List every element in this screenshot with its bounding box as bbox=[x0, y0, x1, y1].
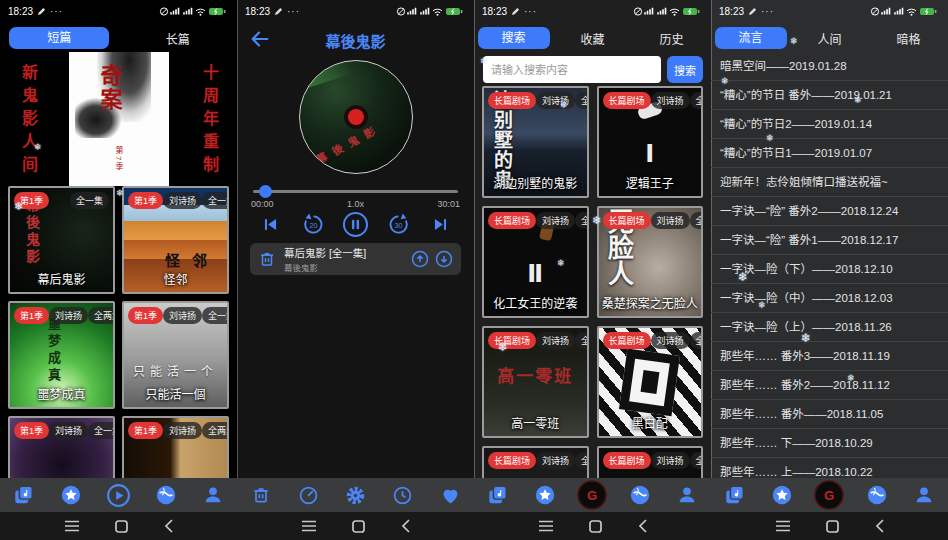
episodes-badge: 全38集 bbox=[690, 332, 703, 349]
home-square-icon[interactable] bbox=[352, 520, 365, 533]
profile-icon[interactable] bbox=[909, 480, 939, 510]
episode-item[interactable]: “糟心”的节日2——2019.01.14 bbox=[711, 110, 948, 139]
episode-item[interactable]: 一字诀—险（上）——2018.11.26 bbox=[711, 313, 948, 342]
series-card[interactable]: 第1季刘诗扬全一集 bbox=[8, 416, 115, 478]
author-badge: 刘诗扬 bbox=[163, 422, 202, 439]
episode-item[interactable]: “糟心”的节日 番外——2019.01.21 bbox=[711, 81, 948, 110]
episode-item[interactable]: 一字诀—险（中）——2018.12.03 bbox=[711, 284, 948, 313]
globe-icon[interactable] bbox=[151, 480, 181, 510]
next-track-icon[interactable] bbox=[426, 209, 456, 239]
search-button[interactable]: 搜索 bbox=[667, 56, 703, 83]
episodes-badge: 全20集 bbox=[575, 452, 588, 469]
download-icon[interactable] bbox=[435, 250, 453, 268]
system-nav-bar bbox=[474, 512, 711, 540]
tab-search[interactable]: 搜索 bbox=[478, 27, 550, 49]
now-playing-disc-icon[interactable]: G bbox=[577, 480, 607, 510]
category-badge: 长篇剧场 bbox=[603, 332, 651, 349]
library-icon[interactable] bbox=[483, 480, 513, 510]
tab-favorites[interactable]: 收藏 bbox=[580, 30, 604, 47]
seek-thumb[interactable] bbox=[259, 185, 272, 198]
move-up-icon[interactable] bbox=[411, 250, 429, 268]
series-card[interactable]: 第1季全一集 幕後鬼影 幕后鬼影 bbox=[8, 186, 115, 294]
queue-item[interactable]: 幕后鬼影 [全一集] 幕後鬼影 bbox=[250, 243, 461, 275]
pencil-icon bbox=[511, 7, 520, 16]
back-chevron-icon[interactable] bbox=[164, 519, 174, 533]
previous-track-icon[interactable] bbox=[256, 209, 286, 239]
episode-item[interactable]: 一字诀—“险” 番外2——2018.12.24 bbox=[711, 197, 948, 226]
menu-icon[interactable] bbox=[538, 520, 554, 532]
library-icon[interactable] bbox=[720, 480, 750, 510]
star-icon[interactable] bbox=[530, 480, 560, 510]
album-art-disc[interactable]: 幕後鬼影 bbox=[299, 60, 413, 174]
home-square-icon[interactable] bbox=[826, 520, 839, 533]
episodes-badge: 全14集 bbox=[575, 92, 588, 109]
trash-icon[interactable] bbox=[246, 480, 276, 510]
tab-history[interactable]: 历史 bbox=[659, 30, 683, 47]
snowflake-icon: ❄ bbox=[758, 300, 766, 310]
status-time: 18:23 bbox=[8, 6, 33, 17]
library-icon[interactable] bbox=[9, 480, 39, 510]
home-square-icon[interactable] bbox=[115, 520, 128, 533]
tab-dark-box[interactable]: 暗格 bbox=[896, 30, 920, 47]
favorite-heart-icon[interactable] bbox=[435, 480, 465, 510]
series-card[interactable]: 长篇剧场刘诗扬全20集 bbox=[482, 446, 589, 478]
settings-gear-icon[interactable] bbox=[340, 480, 370, 510]
episode-item[interactable]: 一字诀—“险” 番外1——2018.12.17 bbox=[711, 226, 948, 255]
rewind-icon[interactable]: 20 bbox=[298, 209, 328, 239]
anniversary-banner[interactable]: 新鬼影人间 十周年重制 奇案 第7季 bbox=[0, 52, 237, 186]
series-card[interactable]: 第1季刘诗扬全两集 噩梦成真 噩梦成真 bbox=[8, 301, 115, 409]
tab-short-stories[interactable]: 短篇 bbox=[9, 27, 109, 49]
globe-icon[interactable] bbox=[625, 480, 655, 510]
back-chevron-icon[interactable] bbox=[401, 519, 411, 533]
series-card[interactable]: 第1季刘诗扬全一集 只能活一个 只能活一個 bbox=[122, 301, 229, 409]
star-icon[interactable] bbox=[767, 480, 797, 510]
series-card[interactable]: 长篇剧场刘诗扬全39集 Ⅱ 化工女王的逆袭 bbox=[482, 206, 589, 318]
series-card[interactable]: 长篇剧场刘诗扬全16集 失常 bbox=[597, 446, 704, 478]
star-icon[interactable] bbox=[56, 480, 86, 510]
back-chevron-icon[interactable] bbox=[638, 519, 648, 533]
menu-icon[interactable] bbox=[64, 520, 80, 532]
seek-bar[interactable] bbox=[253, 190, 458, 193]
tab-rumors[interactable]: 流言 bbox=[715, 27, 787, 49]
series-card[interactable]: 第1季刘诗扬全两集 bbox=[122, 416, 229, 478]
menu-icon[interactable] bbox=[775, 520, 791, 532]
series-card[interactable]: 长篇剧场刘诗扬全25集 Ⅰ 逻辑王子 bbox=[597, 86, 704, 198]
episode-item[interactable]: 那些年…… 番外——2018.11.05 bbox=[711, 400, 948, 429]
home-square-icon[interactable] bbox=[589, 520, 602, 533]
back-chevron-icon[interactable] bbox=[875, 519, 885, 533]
episodes-badge: 全一集 bbox=[88, 422, 115, 439]
forward-icon[interactable]: 30 bbox=[383, 209, 413, 239]
pause-icon[interactable] bbox=[341, 209, 371, 239]
globe-icon[interactable] bbox=[862, 480, 892, 510]
speed-icon[interactable] bbox=[293, 480, 323, 510]
series-card[interactable]: 第1季刘诗扬全一集 怪邻 怪邻 bbox=[122, 186, 229, 294]
episodes-badge: 全39集 bbox=[575, 212, 588, 229]
timer-clock-icon[interactable] bbox=[388, 480, 418, 510]
tab-human-world[interactable]: 人间 bbox=[817, 30, 841, 47]
search-input[interactable] bbox=[483, 56, 661, 83]
status-more: ··· bbox=[50, 6, 63, 17]
category-badge: 长篇剧场 bbox=[603, 92, 651, 109]
episode-item[interactable]: 暗黑空间——2019.01.28 bbox=[711, 52, 948, 81]
snowflake-icon: ❄ bbox=[498, 340, 508, 354]
series-card[interactable]: 长篇剧场刘诗扬全20集 无脸人 桑楚探案之无脸人 bbox=[597, 206, 704, 318]
episode-item[interactable]: 那些年…… 上——2018.10.22 bbox=[711, 458, 948, 478]
series-card[interactable]: 长篇剧场刘诗扬全14集 边别墅的鬼 湖边别墅的鬼影 bbox=[482, 86, 589, 198]
episode-item[interactable]: 那些年…… 番外2——2018.11.12 bbox=[711, 371, 948, 400]
episode-item[interactable]: 那些年…… 番外3——2018.11.19 bbox=[711, 342, 948, 371]
trash-icon[interactable] bbox=[258, 250, 276, 268]
episode-item[interactable]: 迎新年！志伶姐倾情口播送祝福~ bbox=[711, 168, 948, 197]
menu-icon[interactable] bbox=[301, 520, 317, 532]
profile-icon[interactable] bbox=[672, 480, 702, 510]
tab-long-stories[interactable]: 长篇 bbox=[166, 30, 190, 47]
series-card[interactable]: 长篇剧场刘诗扬全38集 黑白配 bbox=[597, 326, 704, 438]
play-icon[interactable] bbox=[103, 480, 133, 510]
profile-icon[interactable] bbox=[198, 480, 228, 510]
now-playing-disc-icon[interactable]: G bbox=[814, 480, 844, 510]
back-arrow-icon[interactable] bbox=[249, 28, 271, 50]
pencil-icon bbox=[748, 7, 757, 16]
status-more: ··· bbox=[761, 6, 774, 17]
episode-item[interactable]: 那些年…… 下——2018.10.29 bbox=[711, 429, 948, 458]
status-more: ··· bbox=[287, 6, 300, 17]
episode-item[interactable]: “糟心”的节日1——2019.01.07 bbox=[711, 139, 948, 168]
